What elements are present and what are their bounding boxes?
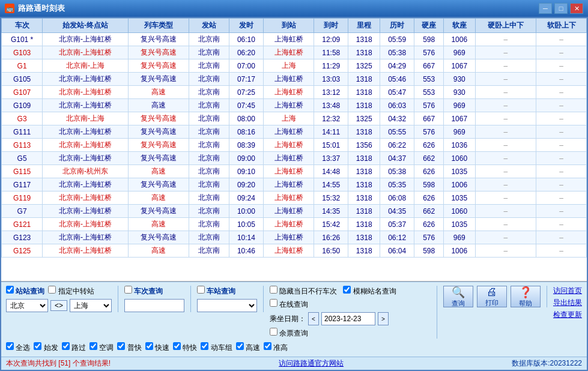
pass-checkbox[interactable] bbox=[62, 342, 70, 350]
pass-checkbox-label[interactable]: 路过 bbox=[62, 342, 86, 353]
schedule-table-area[interactable]: 车次 始发站-终点站 列车类型 发站 发时 到站 到时 里程 历时 硬座 软座 … bbox=[1, 18, 587, 282]
ac-checkbox-label[interactable]: 空调 bbox=[89, 342, 114, 353]
table-cell: 北京南-上海虹桥 bbox=[43, 192, 129, 205]
table-cell: 10:05 bbox=[229, 218, 263, 231]
ac-checkbox[interactable] bbox=[89, 342, 97, 350]
table-row[interactable]: G103北京南-上海虹桥复兴号高速北京南06:20上海虹桥11:58131805… bbox=[2, 46, 587, 59]
minimize-button[interactable]: ─ bbox=[539, 3, 552, 14]
table-cell: 北京南 bbox=[189, 192, 229, 205]
emu-checkbox-label[interactable]: 动车组 bbox=[201, 342, 232, 353]
table-cell: 10:14 bbox=[229, 231, 263, 244]
to-station-select[interactable]: 上海北京广州 bbox=[70, 299, 112, 312]
transfer-checkbox[interactable] bbox=[48, 286, 56, 294]
online-query-label[interactable]: 在线查询 bbox=[270, 299, 308, 310]
table-row[interactable]: G121北京南-上海虹桥高速北京南10:05上海虹桥15:42131805:37… bbox=[2, 218, 587, 231]
table-cell: 11:29 bbox=[314, 59, 348, 73]
date-input[interactable] bbox=[321, 312, 375, 325]
special-checkbox-label[interactable]: 特快 bbox=[173, 342, 197, 353]
special-checkbox[interactable] bbox=[173, 342, 181, 350]
table-cell: – bbox=[536, 86, 587, 99]
table-cell: 1036 bbox=[443, 139, 475, 152]
table-row[interactable]: G125北京南-上海虹桥高速北京南10:46上海虹桥16:50131806:04… bbox=[2, 244, 587, 258]
table-cell: 上海 bbox=[264, 59, 314, 73]
table-cell: 上海虹桥 bbox=[264, 125, 314, 139]
table-row[interactable]: G7北京南-上海虹桥复兴号高速北京南10:00上海虹桥14:35131804:3… bbox=[2, 205, 587, 218]
table-row[interactable]: G107北京南-上海虹桥高速北京南07:25上海虹桥13:12131805:47… bbox=[2, 86, 587, 99]
table-cell: 上海虹桥 bbox=[264, 46, 314, 59]
table-row[interactable]: G5北京南-上海虹桥复兴号高速北京南09:00上海虹桥13:37131804:3… bbox=[2, 152, 587, 165]
online-query-checkbox[interactable] bbox=[270, 299, 277, 307]
emu-checkbox[interactable] bbox=[201, 342, 208, 350]
train-query-input[interactable] bbox=[124, 299, 184, 312]
table-row[interactable]: G1北京南-上海复兴号高速北京南07:00上海11:29132504:29667… bbox=[2, 59, 587, 73]
table-cell: 969 bbox=[443, 46, 475, 59]
table-cell: 626 bbox=[414, 139, 444, 152]
fuzzy-station-label[interactable]: 模糊站名查询 bbox=[343, 286, 396, 297]
query-button[interactable]: 🔍 查询 bbox=[443, 286, 473, 307]
check-update-link[interactable]: 检查更新 bbox=[553, 310, 582, 320]
table-cell: 北京南 bbox=[189, 112, 229, 125]
from-station-select[interactable]: 北京上海广州 bbox=[6, 299, 48, 312]
help-button[interactable]: ❓ 帮助 bbox=[511, 286, 541, 307]
station-stop-checkbox[interactable] bbox=[197, 286, 205, 294]
print-button[interactable]: 🖨 打印 bbox=[477, 286, 507, 307]
table-cell: 1006 bbox=[443, 178, 475, 192]
home-link[interactable]: 访问首页 bbox=[553, 286, 582, 296]
table-cell: 16:26 bbox=[314, 231, 348, 244]
search-icon: 🔍 bbox=[452, 286, 465, 299]
table-cell: 复兴号高速 bbox=[128, 33, 189, 46]
table-row[interactable]: G101 *北京南-上海虹桥复兴号高速北京南06:10上海虹桥12:091318… bbox=[2, 33, 587, 46]
table-row[interactable]: G123北京南-上海虹桥复兴号高速北京南10:14上海虹桥16:26131806… bbox=[2, 231, 587, 244]
normal-checkbox[interactable] bbox=[117, 342, 125, 350]
table-cell: 1318 bbox=[348, 46, 380, 59]
table-cell: – bbox=[475, 205, 536, 218]
table-cell: G3 bbox=[2, 112, 43, 125]
station-query-checkbox[interactable] bbox=[6, 286, 14, 294]
maximize-button[interactable]: □ bbox=[554, 3, 568, 14]
train-query-checkbox[interactable] bbox=[124, 286, 132, 294]
next-date-button[interactable]: > bbox=[378, 312, 389, 325]
start-checkbox[interactable] bbox=[34, 342, 41, 350]
remain-ticket-label[interactable]: 余票查询 bbox=[270, 329, 308, 337]
table-row[interactable]: G113北京南-上海虹桥复兴号高速北京南08:39上海虹桥15:01135606… bbox=[2, 139, 587, 152]
table-cell: 09:20 bbox=[229, 178, 263, 192]
approach-checkbox[interactable] bbox=[264, 342, 271, 350]
table-row[interactable]: G105北京南-上海虹桥复兴号高速北京南07:17上海虹桥13:03131805… bbox=[2, 73, 587, 86]
hide-non-running-label[interactable]: 隐藏当日不行车次 bbox=[270, 286, 337, 297]
table-cell: 1006 bbox=[443, 33, 475, 46]
table-row[interactable]: G3北京南-上海复兴号高速北京南08:00上海12:32132504:32667… bbox=[2, 112, 587, 125]
table-cell: 北京南 bbox=[189, 139, 229, 152]
station-stop-select[interactable] bbox=[197, 299, 257, 312]
fast-checkbox-label[interactable]: 快速 bbox=[145, 342, 169, 353]
fuzzy-station-checkbox[interactable] bbox=[343, 286, 351, 294]
all-checkbox-label[interactable]: 全选 bbox=[6, 342, 30, 353]
high-checkbox-label[interactable]: 高速 bbox=[236, 342, 260, 353]
table-row[interactable]: G117北京南-上海虹桥复兴号高速北京南09:20上海虹桥14:55131805… bbox=[2, 178, 587, 192]
table-cell: – bbox=[536, 192, 587, 205]
col-from: 发站 bbox=[189, 19, 229, 33]
all-checkbox[interactable] bbox=[6, 342, 14, 350]
table-row[interactable]: G111北京南-上海虹桥复兴号高速北京南08:16上海虹桥14:11131805… bbox=[2, 125, 587, 139]
prev-date-button[interactable]: < bbox=[308, 312, 319, 325]
official-site-link[interactable]: 访问路路通官方网站 bbox=[279, 358, 344, 369]
table-cell: 上海虹桥 bbox=[264, 244, 314, 258]
table-row[interactable]: G119北京南-上海虹桥高速北京南09:24上海虹桥15:32131806:08… bbox=[2, 192, 587, 205]
table-cell: 复兴号高速 bbox=[128, 73, 189, 86]
station-query-label: 站站查询 bbox=[6, 286, 44, 297]
table-row[interactable]: G109北京南-上海虹桥高速北京南07:45上海虹桥13:48131806:03… bbox=[2, 99, 587, 112]
fast-checkbox[interactable] bbox=[145, 342, 153, 350]
table-cell: 复兴号高速 bbox=[128, 46, 189, 59]
export-link[interactable]: 导出结果 bbox=[553, 298, 582, 308]
normal-checkbox-label[interactable]: 普快 bbox=[117, 342, 141, 353]
table-cell: 16:50 bbox=[314, 244, 348, 258]
table-row[interactable]: G115北京南-杭州东高速北京南09:10上海虹桥14:48131805:386… bbox=[2, 165, 587, 178]
hide-non-running-checkbox[interactable] bbox=[270, 286, 277, 294]
high-checkbox[interactable] bbox=[236, 342, 244, 350]
remain-ticket-checkbox[interactable] bbox=[270, 328, 277, 336]
approach-checkbox-label[interactable]: 准高 bbox=[264, 342, 288, 353]
close-button[interactable]: ✕ bbox=[570, 3, 583, 14]
swap-stations-button[interactable]: <> bbox=[50, 300, 67, 311]
transfer-label: 指定中转站 bbox=[48, 286, 94, 297]
start-checkbox-label[interactable]: 始发 bbox=[34, 342, 58, 353]
table-cell: 09:00 bbox=[229, 152, 263, 165]
